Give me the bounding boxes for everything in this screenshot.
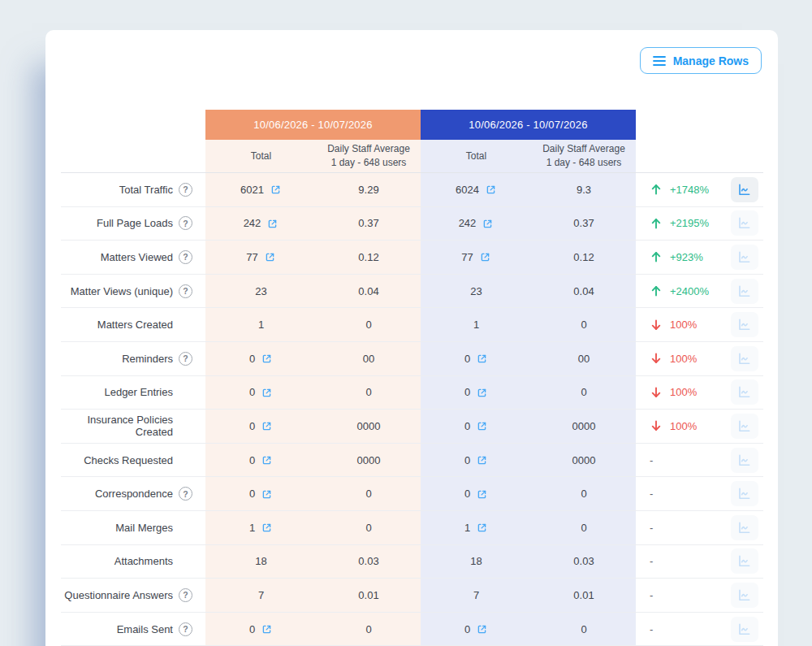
row-label: Mail Merges: [115, 522, 173, 534]
external-link-icon[interactable]: [264, 251, 276, 263]
chart-button[interactable]: [731, 583, 758, 608]
row-label: Matter Views (unique): [71, 285, 173, 297]
external-link-icon[interactable]: [261, 623, 273, 635]
help-icon[interactable]: ?: [179, 216, 192, 230]
chart-button[interactable]: [731, 210, 758, 236]
external-link-icon[interactable]: [476, 454, 488, 466]
period1-avg-value: 0.37: [358, 217, 378, 229]
chart-button[interactable]: [731, 279, 758, 304]
period2-total-value: 0: [464, 386, 470, 398]
period1-avg-value: 9.29: [358, 184, 378, 196]
chart-button[interactable]: [731, 245, 758, 270]
chart-button[interactable]: [731, 617, 758, 642]
period2-avg-value: 0000: [572, 454, 596, 466]
period2-avg-value: 0: [581, 386, 586, 398]
period1-total-value: 242: [244, 217, 261, 229]
table-subheader: Total Daily Staff Average1 day - 648 use…: [61, 140, 763, 173]
period2-total-value: 0: [464, 454, 470, 466]
trend-percentage: -: [650, 623, 653, 635]
row-label: Attachments: [114, 555, 173, 567]
help-icon[interactable]: ?: [179, 588, 192, 602]
arrow-up-icon: [650, 217, 663, 230]
table-row: Matters Viewed ? 77 0.12 77: [61, 241, 763, 275]
external-link-icon[interactable]: [261, 353, 273, 365]
period1-total-value: 0: [249, 488, 255, 500]
chart-button[interactable]: [731, 177, 758, 202]
external-link-icon[interactable]: [266, 218, 279, 230]
column-header-avg-period1: Daily Staff Average1 day - 648 users: [317, 140, 421, 173]
period2-avg-value: 0.01: [573, 589, 594, 601]
external-link-icon[interactable]: [476, 623, 488, 635]
help-icon[interactable]: ?: [179, 487, 192, 501]
table-row: Matters Created ? 1 0 1: [61, 308, 763, 342]
row-label: Correspondence: [95, 488, 173, 500]
manage-rows-button[interactable]: Manage Rows: [640, 47, 762, 74]
arrow-up-icon: [650, 284, 663, 297]
period2-total-value: 77: [461, 251, 473, 263]
external-link-icon[interactable]: [270, 184, 282, 196]
period2-avg-value: 0.04: [573, 285, 594, 297]
period2-avg-value: 9.3: [577, 184, 591, 196]
line-chart-icon: [736, 384, 752, 400]
external-link-icon[interactable]: [476, 522, 488, 534]
row-label: Full Page Loads: [97, 217, 173, 229]
trend-percentage: +2400%: [670, 285, 709, 297]
chart-button[interactable]: [731, 448, 758, 473]
trend-percentage: 100%: [670, 386, 697, 398]
chart-button[interactable]: [731, 414, 758, 439]
table-header-banners: 10/06/2026 - 10/07/2026 10/06/2026 - 10/…: [61, 110, 763, 140]
line-chart-icon: [736, 520, 752, 535]
period1-avg-value: 0: [365, 319, 371, 331]
external-link-icon[interactable]: [476, 353, 488, 365]
line-chart-icon: [736, 622, 752, 637]
trend-percentage: -: [650, 555, 653, 567]
period2-avg-value: 0: [581, 488, 586, 500]
chart-button[interactable]: [731, 312, 758, 337]
external-link-icon[interactable]: [261, 387, 273, 399]
chart-button[interactable]: [731, 548, 758, 574]
chart-button[interactable]: [731, 379, 758, 405]
line-chart-icon: [736, 351, 752, 366]
table-row: Correspondence ? 0 0 0: [61, 477, 763, 511]
line-chart-icon: [736, 249, 752, 265]
period1-avg-value: 0: [365, 488, 371, 500]
external-link-icon[interactable]: [482, 218, 494, 230]
table-row: Questionnaire Answers ? 7 0.01 7: [61, 579, 763, 613]
external-link-icon[interactable]: [261, 488, 273, 501]
period1-total-value: 6021: [240, 184, 264, 196]
period1-total-value: 23: [255, 285, 266, 297]
help-icon[interactable]: ?: [179, 622, 192, 636]
period2-avg-value: 00: [578, 353, 590, 365]
period2-total-value: 0: [464, 623, 470, 635]
period2-avg-value: 0.03: [573, 555, 594, 567]
external-link-icon[interactable]: [476, 420, 488, 432]
chart-button[interactable]: [731, 481, 758, 506]
table-row: Matter Views (unique) ? 23 0.04 23: [61, 275, 763, 309]
period1-total-value: 1: [258, 319, 264, 331]
external-link-icon[interactable]: [479, 251, 491, 263]
period2-avg-value: 0: [581, 522, 586, 534]
table-body: Total Traffic ? 6021 9.29 6024: [61, 173, 763, 646]
period2-total-value: 0: [464, 353, 470, 365]
external-link-icon[interactable]: [485, 184, 497, 196]
external-link-icon[interactable]: [261, 454, 273, 466]
help-icon[interactable]: ?: [179, 250, 192, 264]
line-chart-icon: [736, 418, 752, 434]
arrow-up-icon: [650, 250, 663, 263]
help-icon[interactable]: ?: [179, 284, 192, 298]
period2-total-value: 6024: [456, 184, 479, 196]
period1-avg-value: 0000: [357, 454, 381, 466]
chart-button[interactable]: [731, 346, 758, 371]
external-link-icon[interactable]: [261, 420, 273, 432]
arrow-down-icon: [650, 352, 663, 365]
period1-avg-value: 0.03: [358, 555, 378, 567]
table-row: Total Traffic ? 6021 9.29 6024: [61, 173, 763, 207]
external-link-icon[interactable]: [261, 522, 273, 534]
row-label: Ledger Entries: [104, 386, 173, 398]
help-icon[interactable]: ?: [179, 183, 192, 197]
help-icon[interactable]: ?: [179, 352, 192, 366]
external-link-icon[interactable]: [476, 488, 488, 501]
external-link-icon[interactable]: [476, 387, 488, 399]
manage-rows-label: Manage Rows: [673, 54, 749, 67]
chart-button[interactable]: [731, 515, 758, 540]
